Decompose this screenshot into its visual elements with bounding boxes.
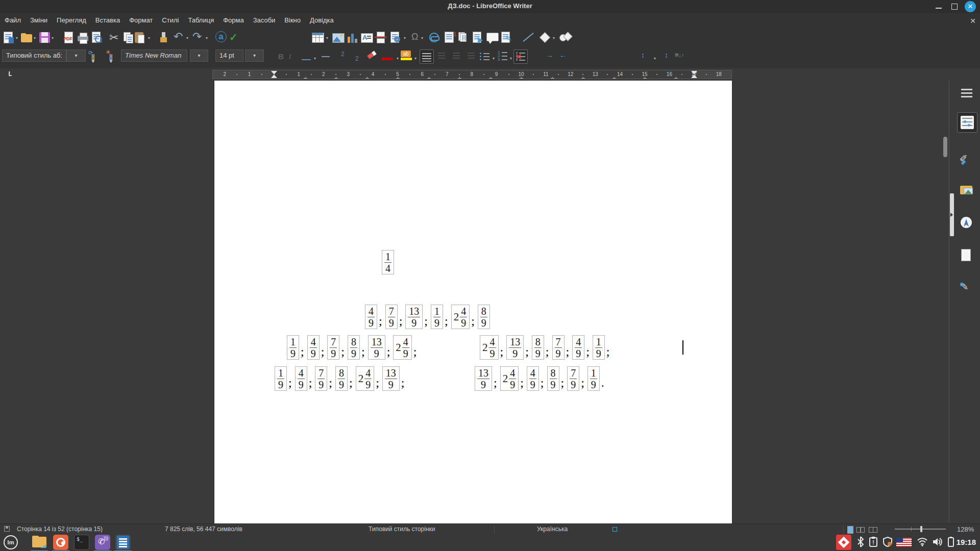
- mint-menu-button[interactable]: lm: [3, 535, 18, 550]
- autospellcheck-icon[interactable]: ✓: [229, 31, 242, 44]
- line-spacing-icon[interactable]: ↕: [641, 51, 645, 59]
- decrease-paragraph-spacing-icon[interactable]: ≡↓↑: [675, 51, 684, 59]
- tray-battery-icon[interactable]: [947, 536, 954, 549]
- menu-8[interactable]: Засоби: [249, 13, 280, 28]
- sidebar-style-inspector-icon[interactable]: ✎: [960, 282, 974, 296]
- close-document-icon[interactable]: ✕: [970, 17, 976, 25]
- spelling-icon[interactable]: a: [214, 31, 228, 44]
- paragraph-style-combo[interactable]: Типовий стиль аб:: [2, 49, 66, 62]
- numbered-list-icon[interactable]: 123: [498, 51, 508, 62]
- horizontal-ruler[interactable]: 21123456789101112131415161718: [212, 70, 732, 79]
- minimize-button[interactable]: [933, 0, 945, 13]
- menu-2[interactable]: Перегляд: [52, 13, 91, 28]
- document-page[interactable]: 1449;79;139;19;249;8919;49;79;89;139;249…: [214, 81, 732, 523]
- font-size-combo[interactable]: 14 pt: [215, 49, 243, 62]
- formula-fraction-box[interactable]: 79: [315, 366, 327, 391]
- underline-icon[interactable]: [302, 59, 311, 60]
- subscript-icon[interactable]: 2: [355, 55, 359, 62]
- symbol-shapes-icon[interactable]: [558, 31, 572, 44]
- formula-fraction-box[interactable]: 249: [393, 335, 412, 360]
- tray-security-icon[interactable]: [882, 536, 893, 549]
- formula-fraction-box[interactable]: 19: [287, 335, 299, 360]
- strikethrough-icon[interactable]: [322, 56, 330, 57]
- menu-5[interactable]: Стилі: [157, 13, 183, 28]
- underline-dropdown[interactable]: ▾: [312, 56, 317, 61]
- insert-field-dropdown[interactable]: ▾: [402, 36, 407, 40]
- formula-fraction-box[interactable]: 49: [295, 366, 307, 391]
- formula-fraction-box[interactable]: 139: [368, 335, 385, 360]
- menu-6[interactable]: Таблиця: [183, 13, 218, 28]
- cross-reference-icon[interactable]: [472, 31, 485, 44]
- sidebar-gallery-icon[interactable]: [960, 184, 974, 198]
- align-center-icon[interactable]: [452, 53, 461, 60]
- insert-chart-icon[interactable]: [346, 31, 359, 44]
- taskbar-files-icon[interactable]: [32, 535, 47, 550]
- sidebar-properties-icon[interactable]: [957, 112, 977, 133]
- formula-fraction-box[interactable]: 49: [572, 335, 584, 360]
- print-icon[interactable]: [77, 31, 90, 44]
- justify-icon[interactable]: [420, 49, 434, 64]
- export-pdf-icon[interactable]: PDF: [63, 31, 76, 44]
- taskbar-writer-icon[interactable]: [115, 535, 131, 550]
- menu-10[interactable]: Довідка: [305, 13, 338, 28]
- no-list-icon[interactable]: ✕: [513, 49, 528, 64]
- bold-icon[interactable]: B: [278, 52, 284, 61]
- undo-dropdown[interactable]: ▾: [185, 36, 190, 40]
- decrease-indent-icon[interactable]: ←: [559, 51, 567, 59]
- font-name-dropdown[interactable]: [190, 49, 208, 62]
- highlight-dropdown[interactable]: ▾: [413, 56, 418, 61]
- status-wordcount[interactable]: 7 825 слів, 56 447 символів: [165, 525, 242, 533]
- tray-bluetooth-icon[interactable]: [856, 536, 865, 550]
- formula-fraction-box[interactable]: 249: [480, 335, 499, 360]
- formula-fraction-box[interactable]: 19: [593, 335, 605, 360]
- view-multi-page-icon[interactable]: [856, 527, 865, 533]
- insert-table-icon[interactable]: [311, 31, 325, 44]
- bullet-list-dropdown[interactable]: ▾: [491, 56, 496, 61]
- bullet-list-icon[interactable]: [480, 52, 490, 61]
- tray-clipboard-icon[interactable]: !: [869, 536, 878, 549]
- formula-fraction-box[interactable]: 89: [348, 335, 360, 360]
- clone-formatting-icon[interactable]: [157, 31, 170, 44]
- menu-4[interactable]: Формат: [125, 13, 157, 28]
- font-color-dropdown[interactable]: ▾: [395, 56, 400, 61]
- selection-mode-icon[interactable]: [612, 527, 617, 532]
- taskbar-clock[interactable]: 19:18: [957, 538, 976, 546]
- insert-bookmark-icon[interactable]: [i]: [457, 31, 471, 44]
- tray-keyboard-layout-flag[interactable]: [896, 538, 912, 547]
- save-dropdown[interactable]: ▾: [50, 36, 55, 40]
- tray-volume-icon[interactable]: [932, 537, 943, 549]
- taskbar-viber-icon[interactable]: ✆))): [95, 535, 110, 550]
- zoom-slider-thumb[interactable]: [920, 526, 922, 532]
- redo-dropdown[interactable]: ▾: [204, 36, 209, 40]
- formula-fraction-box[interactable]: 49: [365, 305, 377, 329]
- insert-line-icon[interactable]: [521, 31, 534, 44]
- print-preview-icon[interactable]: [90, 31, 104, 44]
- status-pagestyle[interactable]: Типовий стиль сторінки: [369, 525, 435, 533]
- paragraph-style-dropdown[interactable]: [66, 49, 86, 62]
- clear-formatting-icon[interactable]: [367, 51, 376, 59]
- increase-indent-icon[interactable]: →: [546, 51, 553, 59]
- formula-fraction-box[interactable]: 139: [382, 366, 400, 391]
- cut-icon[interactable]: ✂: [109, 31, 122, 44]
- tray-wifi-icon[interactable]: [917, 537, 928, 549]
- zoom-slider[interactable]: [895, 529, 946, 530]
- insert-table-dropdown[interactable]: ▾: [325, 36, 330, 40]
- sidebar-settings-icon[interactable]: [960, 87, 974, 101]
- paste-icon[interactable]: [134, 31, 147, 44]
- basic-shapes-icon[interactable]: [538, 31, 552, 44]
- insert-textbox-icon[interactable]: A: [360, 31, 374, 44]
- font-size-dropdown[interactable]: [245, 49, 264, 62]
- formula-fraction-box[interactable]: 249: [500, 366, 519, 391]
- sidebar-navigator-icon[interactable]: [960, 216, 974, 231]
- insert-comment-icon[interactable]: [486, 31, 499, 44]
- save-status-icon[interactable]: [4, 526, 10, 532]
- font-color-icon[interactable]: [382, 58, 393, 60]
- formula-fraction-box[interactable]: 49: [307, 335, 320, 360]
- formula-fraction-box[interactable]: 249: [451, 305, 470, 329]
- insert-footnote-icon[interactable]: 1: [443, 31, 456, 44]
- insert-field-icon[interactable]: -: [389, 31, 402, 44]
- align-right-icon[interactable]: [465, 53, 475, 60]
- track-changes-icon[interactable]: ✎: [500, 31, 513, 44]
- maximize-button[interactable]: [948, 0, 961, 13]
- basic-shapes-dropdown[interactable]: ▾: [551, 36, 556, 40]
